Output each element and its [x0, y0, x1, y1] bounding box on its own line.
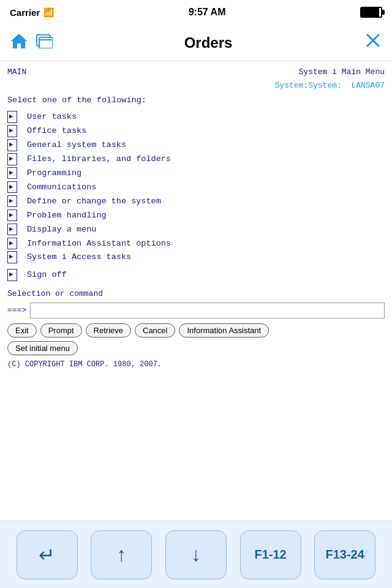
time-label: 9:57 AM — [189, 7, 226, 18]
prompt-button[interactable]: Prompt — [40, 323, 82, 337]
command-prompt-arrow: ===> — [7, 304, 26, 317]
window-icon[interactable] — [36, 32, 53, 53]
system-label: System: — [275, 80, 309, 92]
menu-item-10[interactable]: ▶ Information Assistant options — [7, 238, 385, 251]
menu-item-2[interactable]: ▶ Office tasks — [7, 125, 385, 138]
terminal-header: MAIN System i Main Menu — [7, 66, 385, 78]
system-row: System: System: LANSA07 — [7, 80, 385, 92]
menu-label-signoff: Sign off — [27, 269, 67, 282]
bottom-nav: ↵ ↑ ↓ F1-12 F13-24 — [0, 521, 392, 588]
menu-item-9[interactable]: ▶ Display a menu — [7, 224, 385, 236]
enter-icon: ↵ — [39, 543, 55, 567]
menu-item-signoff[interactable]: ▶ Sign off — [7, 269, 385, 282]
nav-left-icons — [10, 31, 53, 54]
menu-label-4: Files, libraries, and folders — [27, 153, 171, 166]
f1-12-label: F1-12 — [254, 548, 286, 562]
menu-arrow-6: ▶ — [7, 181, 17, 194]
up-button[interactable]: ↑ — [91, 530, 152, 579]
selection-label: Selection or command — [7, 288, 385, 300]
exit-button[interactable]: Exit — [7, 323, 37, 337]
f1-12-button[interactable]: F1-12 — [240, 530, 301, 579]
menu-label-7: Define or change the system — [27, 195, 161, 208]
terminal-area: MAIN System i Main Menu System: System: … — [0, 61, 392, 375]
menu-arrow-3: ▶ — [7, 139, 17, 151]
menu-arrow-1: ▶ — [7, 111, 17, 123]
set-initial-menu-button[interactable]: Set initial menu — [7, 341, 78, 355]
menu-item-5[interactable]: ▶ Programming — [7, 167, 385, 180]
down-button[interactable]: ↓ — [165, 530, 227, 579]
menu-arrow-10: ▶ — [7, 238, 17, 250]
menu-list: ▶ User tasks ▶ Office tasks ▶ General sy… — [7, 111, 385, 264]
cancel-button[interactable]: Cancel — [135, 323, 175, 337]
secondary-button-row: Set initial menu — [7, 341, 385, 355]
wifi-icon: 📶 — [43, 7, 54, 17]
menu-arrow-2: ▶ — [7, 125, 17, 137]
home-icon[interactable] — [10, 31, 28, 54]
menu-arrow-signoff: ▶ — [7, 269, 17, 281]
menu-label-1: User tasks — [27, 111, 77, 124]
button-row: Exit Prompt Retrieve Cancel Information … — [7, 323, 385, 337]
menu-title: System i Main Menu — [299, 66, 385, 78]
f13-24-button[interactable]: F13-24 — [314, 530, 375, 579]
menu-label-9: Display a menu — [27, 224, 96, 236]
screen-id: MAIN — [7, 66, 26, 78]
menu-item-4[interactable]: ▶ Files, libraries, and folders — [7, 153, 385, 166]
menu-label-6: Communications — [27, 181, 96, 194]
battery-fill — [361, 8, 379, 17]
menu-label-3: General system tasks — [27, 139, 126, 152]
instruction-text: Select one of the following: — [7, 94, 385, 107]
menu-label-11: System i Access tasks — [27, 251, 131, 264]
enter-button[interactable]: ↵ — [17, 530, 78, 579]
menu-item-11[interactable]: ▶ System i Access tasks — [7, 251, 385, 264]
carrier-label: Carrier — [10, 7, 40, 18]
menu-arrow-11: ▶ — [7, 251, 17, 263]
carrier-text: Carrier 📶 — [10, 7, 54, 18]
menu-item-7[interactable]: ▶ Define or change the system — [7, 195, 385, 208]
nav-bar: Orders — [0, 24, 392, 61]
menu-item-3[interactable]: ▶ General system tasks — [7, 139, 385, 152]
svg-rect-1 — [39, 37, 53, 48]
menu-arrow-7: ▶ — [7, 195, 17, 208]
f13-24-label: F13-24 — [325, 548, 364, 562]
menu-arrow-8: ▶ — [7, 209, 17, 222]
system-label-text: System: — [308, 80, 351, 92]
down-icon: ↓ — [191, 543, 201, 566]
up-icon: ↑ — [116, 543, 126, 566]
menu-item-1[interactable]: ▶ User tasks — [7, 111, 385, 124]
battery-icon — [360, 7, 382, 18]
close-button[interactable] — [364, 31, 382, 54]
menu-label-2: Office tasks — [27, 125, 86, 138]
menu-label-10: Information Assistant options — [27, 238, 171, 251]
menu-item-8[interactable]: ▶ Problem handling — [7, 209, 385, 222]
info-assistant-button[interactable]: Information Assistant — [179, 323, 269, 337]
menu-item-6[interactable]: ▶ Communications — [7, 181, 385, 194]
menu-arrow-4: ▶ — [7, 153, 17, 165]
menu-arrow-5: ▶ — [7, 167, 17, 179]
system-value: LANSA07 — [351, 80, 385, 92]
page-title: Orders — [184, 34, 233, 51]
command-input[interactable] — [30, 303, 385, 318]
retrieve-button[interactable]: Retrieve — [86, 323, 131, 337]
menu-label-5: Programming — [27, 167, 81, 180]
selection-section: Selection or command ===> — [7, 288, 385, 318]
command-row: ===> — [7, 303, 385, 318]
status-bar: Carrier 📶 9:57 AM — [0, 0, 392, 24]
menu-label-8: Problem handling — [27, 209, 107, 222]
menu-arrow-9: ▶ — [7, 224, 17, 236]
copyright-text: (C) COPYRIGHT IBM CORP. 1980, 2007. — [7, 359, 385, 371]
